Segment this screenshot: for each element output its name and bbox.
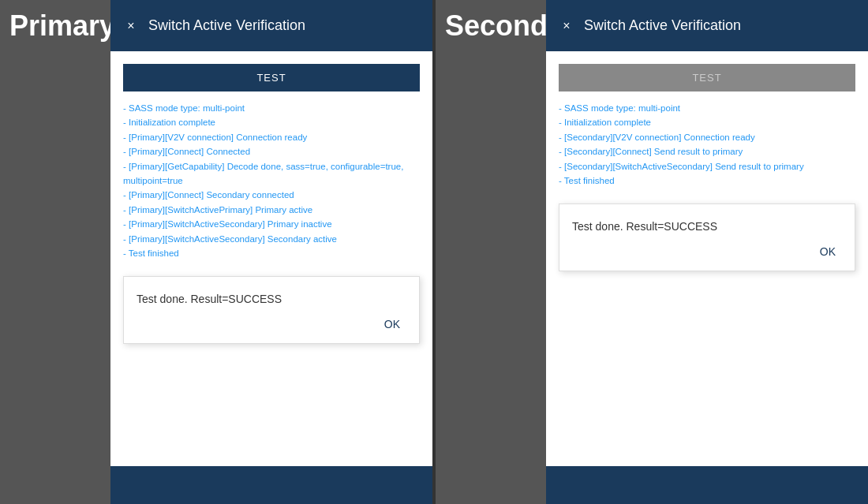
- log-line: - [Primary][SwitchActiveSecondary] Prima…: [123, 217, 420, 231]
- secondary-modal-area: TEST - SASS mode type: multi-point- Init…: [546, 51, 868, 466]
- log-line: - [Secondary][SwitchActiveSecondary] Sen…: [559, 159, 855, 174]
- secondary-content: × Switch Active Verification TEST - SASS…: [546, 0, 868, 504]
- primary-panel: Primary × Switch Active Verification TES…: [0, 0, 432, 504]
- secondary-panel: Secondary × Switch Active Verification T…: [436, 0, 868, 504]
- secondary-label: Secondary: [436, 0, 546, 504]
- primary-modal-area: TEST - SASS mode type: multi-point- Init…: [110, 51, 432, 466]
- log-line: - [Secondary][V2V connection] Connection…: [559, 130, 855, 144]
- primary-log-area: - SASS mode type: multi-point- Initializ…: [123, 101, 420, 260]
- log-line: - [Primary][V2V connection] Connection r…: [123, 130, 420, 144]
- secondary-test-button[interactable]: TEST: [559, 64, 855, 91]
- log-line: - SASS mode type: multi-point: [559, 101, 855, 115]
- primary-dialog-ok-container: OK: [137, 315, 406, 334]
- primary-test-button[interactable]: TEST: [123, 64, 420, 91]
- primary-title-bar: × Switch Active Verification: [110, 0, 432, 51]
- log-line: - [Primary][Connect] Connected: [123, 144, 420, 159]
- primary-ok-button[interactable]: OK: [378, 315, 406, 334]
- secondary-title-bar: × Switch Active Verification: [546, 0, 868, 51]
- primary-dialog-text: Test done. Result=SUCCESS: [137, 293, 406, 305]
- log-line: - Initialization complete: [123, 115, 420, 129]
- primary-bottom-nav: [110, 466, 432, 504]
- log-line: - [Primary][SwitchActivePrimary] Primary…: [123, 203, 420, 217]
- log-line: - Test finished: [123, 246, 420, 260]
- secondary-close-button[interactable]: ×: [559, 18, 574, 34]
- primary-dialog: Test done. Result=SUCCESS OK: [123, 276, 420, 344]
- secondary-bottom-nav: [546, 466, 868, 504]
- primary-title-text: Switch Active Verification: [148, 17, 305, 34]
- secondary-dialog-ok-container: OK: [572, 242, 842, 261]
- log-line: - Test finished: [559, 174, 855, 188]
- secondary-dialog-text: Test done. Result=SUCCESS: [572, 220, 842, 233]
- secondary-title-text: Switch Active Verification: [584, 17, 741, 34]
- secondary-dialog: Test done. Result=SUCCESS OK: [559, 203, 855, 271]
- primary-content: × Switch Active Verification TEST - SASS…: [110, 0, 432, 504]
- primary-close-button[interactable]: ×: [123, 18, 139, 34]
- log-line: - [Primary][SwitchActiveSecondary] Secon…: [123, 232, 420, 246]
- secondary-log-area: - SASS mode type: multi-point- Initializ…: [559, 101, 855, 188]
- log-line: - Initialization complete: [559, 115, 855, 129]
- log-line: - [Primary][GetCapability] Decode done, …: [123, 159, 420, 189]
- secondary-ok-button[interactable]: OK: [814, 242, 842, 261]
- log-line: - [Secondary][Connect] Send result to pr…: [559, 144, 855, 159]
- primary-label: Primary: [0, 0, 110, 504]
- log-line: - SASS mode type: multi-point: [123, 101, 420, 115]
- log-line: - [Primary][Connect] Secondary connected: [123, 188, 420, 202]
